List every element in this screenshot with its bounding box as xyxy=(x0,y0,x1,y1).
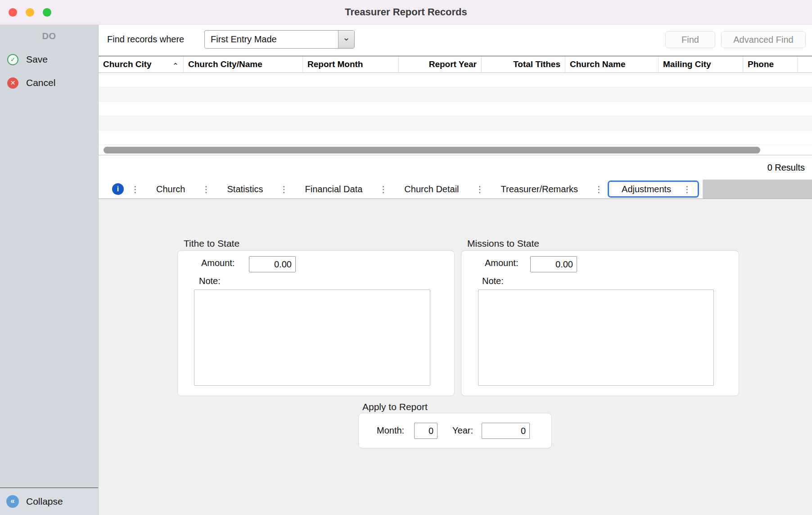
tab-menu-dots-icon[interactable]: ⋮ xyxy=(594,185,604,194)
missions-note-textarea[interactable] xyxy=(478,289,714,386)
table-row xyxy=(99,131,812,145)
sidebar-footer: « Collapse xyxy=(0,488,98,515)
traffic-lights xyxy=(9,8,51,17)
tab-treasurer-remarks[interactable]: Treasurer/Remarks xyxy=(485,184,594,194)
tab-financial-data[interactable]: Financial Data xyxy=(289,184,379,194)
table-row xyxy=(99,116,812,131)
cancel-button[interactable]: ✕ Cancel xyxy=(7,75,55,91)
table-row xyxy=(99,87,812,102)
collapse-button[interactable]: « Collapse xyxy=(6,495,63,508)
column-header-phone[interactable]: Phone xyxy=(743,56,798,72)
chevron-down-icon[interactable]: ⌄ xyxy=(338,31,354,48)
tab-menu-dots-icon[interactable]: ⋮ xyxy=(201,185,211,194)
window-titlebar: Treasurer Report Records xyxy=(0,0,812,25)
apply-year-label: Year: xyxy=(452,425,473,436)
find-field-dropdown[interactable]: First Entry Made ⌄ xyxy=(204,30,355,49)
collapse-chevrons-icon: « xyxy=(6,495,19,508)
tithe-amount-input[interactable] xyxy=(249,256,296,272)
adjustments-panel: Tithe to State Amount: Note: Missions to… xyxy=(99,199,812,515)
tab-bar: i ⋮ Church ⋮ Statistics ⋮ Financial Data… xyxy=(99,180,812,199)
tab-menu-dots-icon[interactable]: ⋮ xyxy=(130,185,140,194)
info-glyph: i xyxy=(117,185,119,193)
tab-statistics[interactable]: Statistics xyxy=(211,184,279,194)
chevron-glyph: ⌄ xyxy=(343,32,350,43)
tab-menu-dots-icon[interactable]: ⋮ xyxy=(475,185,485,194)
table-row xyxy=(99,73,812,87)
tithe-note-label: Note: xyxy=(199,276,221,286)
info-icon[interactable]: i xyxy=(112,183,124,195)
column-header-church-name[interactable]: Church Name xyxy=(565,56,659,72)
column-header-report-month[interactable]: Report Month xyxy=(303,56,399,72)
cancel-x-icon: ✕ xyxy=(7,77,18,89)
results-count: 0 Results xyxy=(767,163,805,173)
horizontal-scrollbar xyxy=(99,145,812,155)
tithe-amount-label: Amount: xyxy=(201,258,235,268)
column-header-label: Total Tithes xyxy=(513,59,560,69)
column-header-label: Church City/Name xyxy=(188,59,262,69)
save-check-icon: ✓ xyxy=(7,54,18,65)
sidebar: DO ✓ Save ✕ Cancel « Collapse xyxy=(0,25,99,515)
zoom-window-button[interactable] xyxy=(43,8,51,17)
apply-month-label: Month: xyxy=(377,425,404,436)
find-button[interactable]: Find xyxy=(665,31,715,48)
column-header-label: Phone xyxy=(748,59,774,69)
tab-bar-inner: i ⋮ Church ⋮ Statistics ⋮ Financial Data… xyxy=(99,180,703,199)
column-header-report-year[interactable]: Report Year xyxy=(399,56,482,72)
table-row xyxy=(99,102,812,116)
missions-note-label: Note: xyxy=(482,276,504,286)
tab-adjustments[interactable]: Adjustments ⋮ xyxy=(608,181,699,198)
column-header-church-city-name[interactable]: Church City/Name xyxy=(184,56,303,72)
missions-to-state-title: Missions to State xyxy=(467,238,539,249)
tithe-to-state-group: Amount: Note: xyxy=(177,250,455,396)
window-title: Treasurer Report Records xyxy=(345,6,467,18)
missions-amount-label: Amount: xyxy=(485,258,518,268)
column-header-label: Church City xyxy=(103,59,152,69)
save-button[interactable]: ✓ Save xyxy=(7,51,48,68)
table-body xyxy=(99,73,812,145)
save-label: Save xyxy=(26,54,48,65)
column-header-church-city[interactable]: Church City ⌃ xyxy=(99,56,184,72)
column-header-label: Church Name xyxy=(570,59,626,69)
column-header-label: Report Month xyxy=(307,59,363,69)
apply-to-report-title: Apply to Report xyxy=(362,402,428,412)
tab-menu-dots-icon[interactable]: ⋮ xyxy=(279,185,289,194)
cancel-label: Cancel xyxy=(26,77,55,88)
tab-church[interactable]: Church xyxy=(140,184,201,194)
missions-amount-input[interactable] xyxy=(530,256,577,272)
column-header-label: Report Year xyxy=(429,59,477,69)
collapse-label: Collapse xyxy=(26,496,63,507)
tithe-note-textarea[interactable] xyxy=(194,289,430,386)
tab-menu-dots-icon[interactable]: ⋮ xyxy=(682,185,692,194)
find-records-where-label: Find records where xyxy=(107,34,184,45)
tab-menu-dots-icon[interactable]: ⋮ xyxy=(378,185,388,194)
column-header-total-tithes[interactable]: Total Tithes xyxy=(482,56,565,72)
sidebar-header: DO xyxy=(0,31,98,41)
results-bar: 0 Results xyxy=(99,156,812,180)
column-header-spacer xyxy=(798,56,812,72)
column-header-label: Mailing City xyxy=(663,59,711,69)
sort-ascending-icon: ⌃ xyxy=(172,61,179,71)
missions-to-state-group: Amount: Note: xyxy=(461,250,739,396)
apply-month-input[interactable] xyxy=(414,423,438,439)
tithe-to-state-title: Tithe to State xyxy=(184,238,239,249)
apply-year-input[interactable] xyxy=(482,423,530,439)
horizontal-scrollbar-thumb[interactable] xyxy=(104,147,760,154)
advanced-find-button[interactable]: Advanced Find xyxy=(721,31,806,48)
close-window-button[interactable] xyxy=(9,8,17,17)
tab-church-detail[interactable]: Church Detail xyxy=(388,184,474,194)
table-header: Church City ⌃ Church City/Name Report Mo… xyxy=(99,56,812,73)
minimize-window-button[interactable] xyxy=(26,8,34,17)
find-field-dropdown-value: First Entry Made xyxy=(205,34,338,45)
tab-adjustments-label: Adjustments xyxy=(622,184,671,194)
apply-to-report-group: Month: Year: xyxy=(358,413,552,448)
column-header-mailing-city[interactable]: Mailing City xyxy=(659,56,743,72)
